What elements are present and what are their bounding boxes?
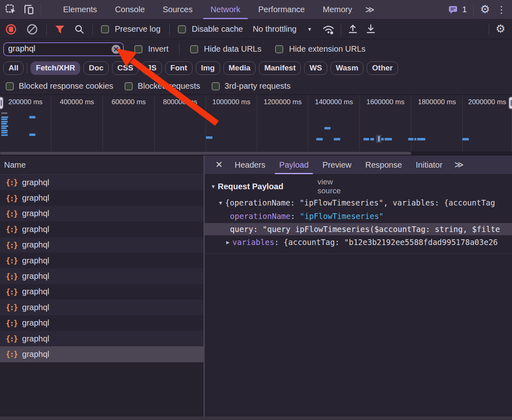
- settings-gear-icon[interactable]: ⚙: [480, 4, 490, 15]
- blocked-filters-row: Blocked response cookies Blocked request…: [0, 78, 512, 95]
- divider: [489, 24, 489, 35]
- request-type-chip[interactable]: Doc: [83, 61, 109, 75]
- waterfall-bar: [363, 138, 369, 140]
- timeline-right-handle[interactable]: [508, 96, 512, 109]
- preserve-log-checkbox[interactable]: [101, 25, 109, 33]
- detail-tab[interactable]: Payload: [272, 155, 315, 174]
- timeline-column: 1200000 ms: [257, 95, 309, 151]
- devtools-tab[interactable]: Network: [201, 0, 249, 19]
- blocked-filter-label: 3rd-party requests: [225, 81, 291, 91]
- chevron-down-icon[interactable]: ▼: [307, 26, 312, 32]
- request-row[interactable]: {:} graphql: [0, 300, 203, 315]
- request-row[interactable]: {:} graphql: [0, 284, 203, 300]
- request-type-chip[interactable]: Fetch/XHR: [31, 61, 80, 75]
- timeline-column: 1400000 ms: [309, 95, 360, 151]
- request-type-chip[interactable]: CSS: [112, 61, 138, 75]
- request-type-chip[interactable]: JS: [142, 61, 162, 75]
- filter-icon[interactable]: [54, 24, 66, 35]
- devtools-tab[interactable]: Memory: [314, 0, 361, 19]
- request-row[interactable]: {:} graphql: [0, 253, 203, 268]
- invert-checkbox[interactable]: [134, 45, 142, 53]
- inspect-element-icon[interactable]: [5, 4, 17, 16]
- clear-network-log-icon[interactable]: [26, 23, 38, 35]
- request-type-chip[interactable]: Manifest: [259, 61, 301, 75]
- devtools-tab[interactable]: Performance: [249, 0, 314, 19]
- network-settings-gear-icon[interactable]: ⚙: [496, 24, 505, 35]
- timeline-scroll-thumb[interactable]: [0, 152, 411, 155]
- blocked-filter-checkbox[interactable]: [212, 82, 220, 90]
- fetch-xhr-icon: {:}: [6, 178, 17, 187]
- request-row[interactable]: {:} graphql: [0, 221, 203, 237]
- payload-query-line-highlighted[interactable]: query: "query ipFlowTimeseries($accountT…: [205, 223, 512, 235]
- blocked-filter-checkbox[interactable]: [125, 82, 133, 90]
- request-row[interactable]: {:} graphql: [0, 237, 203, 253]
- fetch-xhr-icon: {:}: [6, 303, 17, 312]
- payload-operation-name-line[interactable]: operationName: "ipFlowTimeseries": [205, 210, 512, 222]
- hide-extension-urls-checkbox[interactable]: [275, 45, 283, 53]
- divider: [169, 24, 170, 35]
- disable-cache-checkbox[interactable]: [178, 25, 186, 33]
- divider: [92, 24, 93, 35]
- network-overview-timeline[interactable]: 200000 ms400000 ms600000 ms800000 ms1000…: [0, 95, 512, 155]
- request-row[interactable]: {:} graphql: [0, 206, 203, 221]
- request-name: graphql: [22, 209, 49, 218]
- waterfall-bar: [417, 138, 425, 140]
- network-conditions-icon[interactable]: [322, 23, 335, 35]
- devtools-tab[interactable]: Sources: [154, 0, 201, 19]
- detail-tab[interactable]: Response: [358, 155, 409, 174]
- expand-triangle-icon[interactable]: ▶: [223, 239, 232, 245]
- import-har-icon[interactable]: [347, 23, 359, 35]
- timeline-left-handle[interactable]: [0, 96, 4, 109]
- json-string-value: "ipFlowTimeseries": [300, 212, 384, 221]
- filter-input[interactable]: [3, 42, 124, 56]
- collapse-triangle-icon[interactable]: ▼: [209, 184, 218, 190]
- waterfall-bar: [385, 138, 392, 140]
- request-row[interactable]: {:} graphql: [0, 190, 203, 206]
- hide-data-urls-checkbox[interactable]: [190, 45, 198, 53]
- close-detail-icon[interactable]: ✕: [210, 155, 228, 174]
- waterfall-bar: [462, 138, 469, 140]
- request-type-chip[interactable]: Media: [223, 61, 256, 75]
- request-row[interactable]: {:} graphql: [0, 268, 203, 284]
- collapse-triangle-icon[interactable]: ▼: [216, 200, 225, 206]
- request-row[interactable]: {:} graphql: [0, 331, 203, 346]
- request-type-chip[interactable]: All: [3, 61, 24, 75]
- request-name: graphql: [22, 240, 49, 249]
- detail-more-tabs-icon[interactable]: ≫: [449, 155, 468, 174]
- throttling-select[interactable]: No throttling: [253, 24, 297, 34]
- divider: [341, 24, 341, 35]
- request-row[interactable]: {:} graphql: [0, 315, 203, 331]
- issues-icon[interactable]: [448, 4, 459, 15]
- payload-variables-line[interactable]: ▶ variables: {accountTag: "b12e3b2192ee5…: [205, 236, 512, 248]
- request-type-chip[interactable]: Other: [367, 61, 398, 75]
- clear-filter-icon[interactable]: [111, 44, 121, 55]
- request-type-chip[interactable]: Wasm: [330, 61, 363, 75]
- request-row[interactable]: {:} graphql: [0, 175, 203, 190]
- waterfall-bar: [1, 116, 8, 118]
- devtools-tab[interactable]: Console: [106, 0, 153, 19]
- kebab-menu-icon[interactable]: ⋮: [497, 5, 506, 15]
- request-row[interactable]: {:} graphql: [0, 346, 203, 362]
- blocked-filter: 3rd-party requests: [212, 81, 291, 91]
- timeline-column: 800000 ms: [155, 95, 206, 151]
- devtools-tab[interactable]: Elements: [54, 0, 106, 19]
- detail-tab[interactable]: Initiator: [409, 155, 450, 174]
- request-name: graphql: [22, 225, 49, 234]
- detail-tab[interactable]: Preview: [315, 155, 358, 174]
- blocked-filter-checkbox[interactable]: [6, 82, 14, 90]
- search-icon[interactable]: [74, 24, 85, 35]
- divider: [473, 4, 474, 15]
- request-type-chip[interactable]: WS: [304, 61, 327, 75]
- request-type-chip[interactable]: Img: [196, 61, 220, 75]
- record-network-log-icon[interactable]: [5, 23, 17, 35]
- view-source-link[interactable]: view source: [317, 177, 341, 195]
- waterfall-bar: [316, 138, 323, 140]
- request-type-chip[interactable]: Font: [165, 61, 193, 75]
- request-type-chip[interactable]: [27, 63, 27, 74]
- payload-summary-line[interactable]: ▼ {operationName: "ipFlowTimeseries", va…: [205, 197, 512, 209]
- device-toolbar-icon[interactable]: [23, 4, 35, 16]
- name-column-header[interactable]: Name: [0, 155, 203, 175]
- export-har-icon[interactable]: [365, 23, 377, 35]
- more-tabs-icon[interactable]: ≫: [361, 0, 379, 19]
- detail-tab[interactable]: Headers: [228, 155, 272, 174]
